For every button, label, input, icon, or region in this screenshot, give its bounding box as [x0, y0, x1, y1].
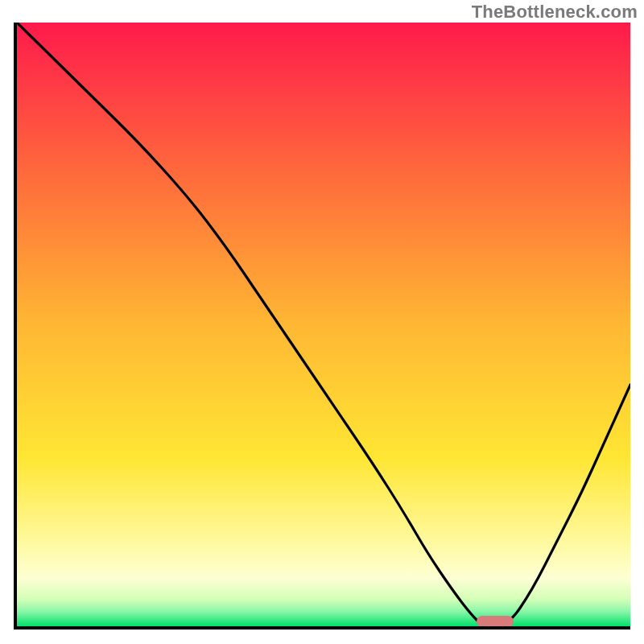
- bottleneck-curve-path: [17, 23, 630, 626]
- watermark-text: TheBottleneck.com: [472, 2, 638, 23]
- plot-area: [14, 23, 630, 630]
- chart-stage: TheBottleneck.com: [0, 0, 644, 644]
- curve-layer: [17, 23, 630, 626]
- optimal-marker: [477, 616, 514, 627]
